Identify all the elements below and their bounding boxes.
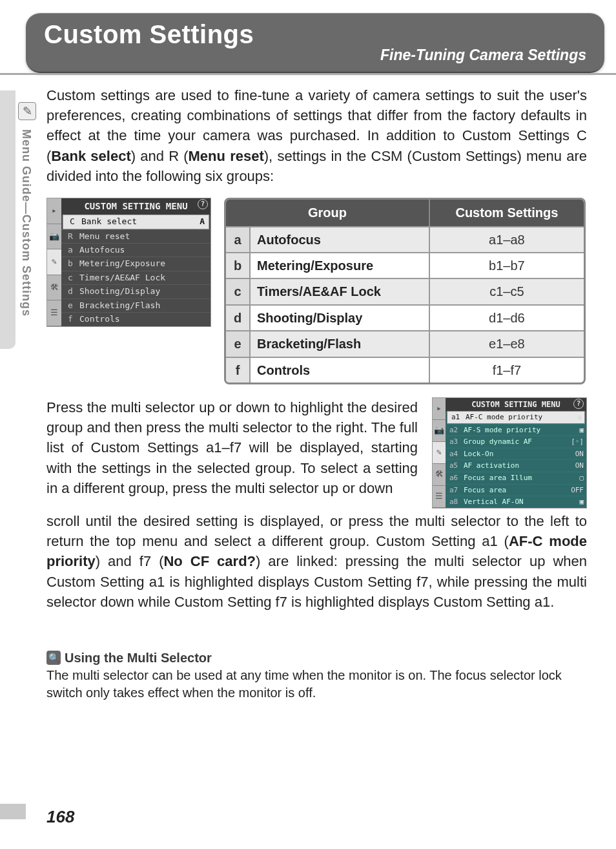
- lcd-item-label: Autofocus: [79, 244, 125, 256]
- lcd-item-value: ▢: [579, 473, 584, 483]
- lcd-item-code: a2: [449, 425, 464, 435]
- tip-body: The multi selector can be used at any ti…: [46, 667, 587, 702]
- group-name: Bracketing/Flash: [249, 330, 429, 356]
- group-code: c: [226, 278, 249, 304]
- lcd-item-label: Bracketing/Flash: [79, 300, 160, 311]
- instruction-full-pre: scroll until the desired setting is disp…: [46, 513, 587, 549]
- lcd-item-label: Metering/Exposure: [79, 258, 165, 269]
- lcd-submenu-item: a5AF activationON: [446, 459, 586, 472]
- magnifier-icon: 🔍: [46, 651, 61, 665]
- group-name: Shooting/Display: [249, 304, 429, 330]
- lcd-menu-list: CBank selectRMenu resetaAutofocusbMeteri…: [61, 215, 210, 326]
- lcd-menu-item: cTimers/AE&AF Lock: [61, 271, 210, 284]
- no-cf-card-label: No CF card?: [163, 553, 256, 569]
- settings-range: a1–a8: [429, 226, 584, 252]
- help-icon: ?: [198, 199, 208, 209]
- intro-bank-select: Bank select: [51, 148, 130, 164]
- lcd-tab-icon: 📷: [433, 420, 446, 442]
- intro-text-2: ) and R (: [131, 148, 189, 164]
- lcd-item-code: a8: [449, 497, 464, 507]
- lcd-submenu-item: a8Vertical AF-ON▣: [446, 496, 586, 508]
- page-tab-stub: [0, 804, 26, 819]
- lcd-menu-item: dShooting/Display: [61, 284, 210, 298]
- table-row: bMetering/Exposureb1–b7: [226, 252, 584, 278]
- lcd-tab-icon: ✎: [47, 249, 61, 275]
- lcd-title: CUSTOM SETTING MENU ?: [446, 398, 586, 412]
- settings-range: e1–e8: [429, 330, 584, 356]
- lcd-item-code: c: [68, 272, 79, 284]
- lcd-menu-item: bMetering/Exposure: [61, 257, 210, 270]
- main-content: Custom settings are used to fine-tune a …: [46, 85, 587, 612]
- instruction-lead: Press the multi selector up or down to h…: [46, 397, 418, 498]
- col-group-header: Group: [226, 200, 429, 225]
- lcd-submenu-item: a2AF-S mode priority▣: [446, 424, 586, 436]
- lcd-side-tabs: ▸📷✎🛠☰: [47, 198, 61, 326]
- csm-submenu-screenshot: ▸📷✎🛠☰ CUSTOM SETTING MENU ? a1AF-C mode …: [432, 397, 587, 508]
- lcd-item-label: Group dynamic AF: [464, 437, 532, 447]
- lcd-title: CUSTOM SETTING MENU ?: [61, 198, 210, 215]
- lcd-item-value: ▣: [579, 425, 584, 435]
- group-code: d: [226, 304, 249, 330]
- lcd-tab-icon: 🛠: [433, 464, 446, 486]
- settings-range: f1–f7: [429, 357, 584, 383]
- lcd-menu-item: RMenu reset: [61, 229, 210, 243]
- lcd-tab-icon: ☰: [433, 486, 446, 508]
- lcd-item-label: AF-S mode priority: [464, 425, 540, 435]
- lcd-item-label: Vertical AF-ON: [464, 497, 524, 507]
- intro-menu-reset: Menu reset: [189, 148, 264, 164]
- lcd-item-code: a6: [449, 473, 464, 483]
- lcd-tab-icon: ✎: [433, 442, 446, 464]
- intro-paragraph: Custom settings are used to fine-tune a …: [46, 85, 587, 186]
- lcd-submenu-item: a4Lock-OnON: [446, 448, 586, 460]
- lcd-item-code: b: [68, 258, 79, 269]
- settings-range: c1–c5: [429, 278, 584, 304]
- settings-range: d1–d6: [429, 304, 584, 330]
- group-code: b: [226, 252, 249, 278]
- lcd-item-code: a3: [449, 437, 464, 447]
- pencil-icon: ✎: [18, 102, 36, 120]
- lcd-menu-item: CBank select: [63, 215, 209, 229]
- lcd-item-code: C: [70, 216, 81, 227]
- group-name: Controls: [249, 357, 429, 383]
- side-tab-label: Menu Guide—Custom Settings: [19, 129, 33, 317]
- lcd-item-value: ON: [575, 449, 584, 459]
- settings-groups-table: Group Custom Settings aAutofocusa1–a8bMe…: [224, 198, 586, 384]
- lcd-item-value: OFF: [571, 485, 584, 496]
- group-code: a: [226, 226, 249, 252]
- table-row: fControlsf1–f7: [226, 357, 584, 383]
- lcd-submenu-item: a1AF-C mode priority◉: [447, 411, 585, 424]
- header-rule: [0, 73, 616, 75]
- lcd-item-value: ▣: [579, 497, 584, 507]
- lcd-title-text: CUSTOM SETTING MENU: [84, 201, 187, 211]
- lcd-item-label: Controls: [79, 313, 120, 325]
- lcd-item-label: Menu reset: [79, 231, 130, 242]
- side-tab: ✎ Menu Guide—Custom Settings: [0, 90, 41, 349]
- lcd-title-text: CUSTOM SETTING MENU: [471, 400, 560, 409]
- lcd-tab-icon: ☰: [47, 300, 61, 326]
- instruction-paragraph-left: Press the multi selector up or down to h…: [46, 397, 418, 498]
- lcd-item-code: R: [68, 231, 79, 242]
- lcd-item-value: ON: [575, 461, 584, 471]
- lcd-menu-item: fControls: [61, 312, 210, 326]
- instruction-mid1: ) and f7 (: [96, 553, 164, 569]
- table-row: cTimers/AE&AF Lockc1–c5: [226, 278, 584, 304]
- lcd-item-label: Bank select: [81, 216, 137, 227]
- table-row: aAutofocusa1–a8: [226, 226, 584, 252]
- lcd-item-label: AF-C mode priority: [466, 412, 542, 423]
- lcd-item-code: d: [68, 286, 79, 297]
- table-row: eBracketing/Flashe1–e8: [226, 330, 584, 356]
- page-subtitle: Fine-Tuning Camera Settings: [44, 47, 586, 64]
- table-row: dShooting/Displayd1–d6: [226, 304, 584, 330]
- lcd-menu-item: aAutofocus: [61, 243, 210, 257]
- side-tab-bar: [0, 90, 15, 349]
- lcd-item-code: a5: [449, 461, 464, 471]
- lcd-item-label: Lock-On: [464, 449, 493, 459]
- lcd-item-label: AF activation: [464, 461, 519, 471]
- lcd-item-code: a4: [449, 449, 464, 459]
- lcd-item-label: Focus area: [464, 485, 506, 496]
- lcd-item-label: Timers/AE&AF Lock: [79, 272, 165, 284]
- lcd-tab-icon: 🛠: [47, 275, 61, 301]
- tip-heading: 🔍 Using the Multi Selector: [46, 651, 587, 666]
- lcd-side-tabs: ▸📷✎🛠☰: [433, 398, 446, 508]
- lcd-item-value: ◉: [577, 412, 582, 423]
